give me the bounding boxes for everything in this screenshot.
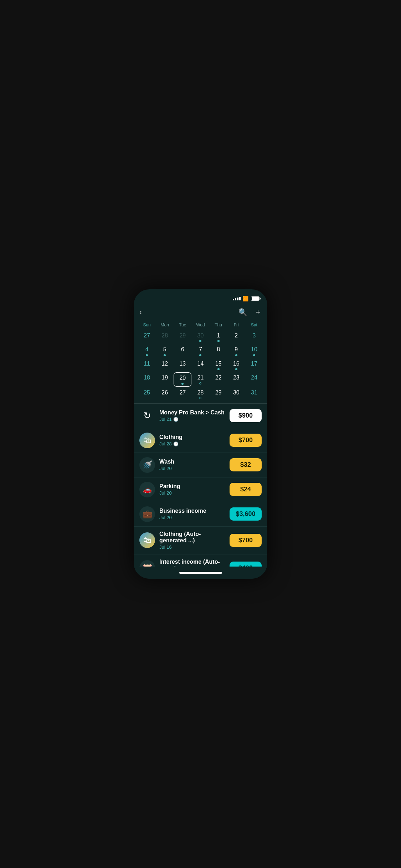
cal-day-25[interactable]: 25 [138, 387, 156, 401]
cal-day-24[interactable]: 24 [245, 372, 263, 386]
txn-name-transfer: Money Pro Bank > Cash [159, 409, 225, 416]
cal-day-14[interactable]: 14 [191, 358, 209, 372]
transaction-item-transfer[interactable]: ↻Money Pro Bank > CashJul 21 🕐$900 [134, 404, 267, 428]
transaction-item-business[interactable]: 💼Business incomeJul 20$3,600 [134, 502, 267, 527]
txn-icon-interest: 🐷 [139, 560, 155, 567]
cal-day-dot [181, 383, 184, 385]
cal-day-12[interactable]: 12 [156, 358, 174, 372]
cal-day-28[interactable]: 28 [191, 387, 209, 401]
txn-info-parking: ParkingJul 20 [159, 483, 225, 496]
cal-day-17[interactable]: 17 [245, 358, 263, 372]
cal-day-number: 29 [179, 332, 186, 340]
cal-day-29[interactable]: 29 [210, 387, 227, 401]
wifi-icon: 📶 [242, 296, 248, 301]
battery-icon [251, 296, 259, 301]
txn-icon-wash: 🚿 [139, 457, 155, 473]
txn-info-wash: WashJul 20 [159, 459, 225, 471]
txn-name-clothing2: Clothing (Auto-generated ...) [159, 531, 225, 544]
txn-icon-business: 💼 [139, 506, 155, 522]
txn-info-transfer: Money Pro Bank > CashJul 21 🕐 [159, 409, 225, 422]
cal-day-number: 8 [217, 346, 220, 353]
cal-day-3[interactable]: 3 [245, 330, 263, 343]
cal-day-10[interactable]: 10 [245, 344, 263, 357]
cal-day-31[interactable]: 31 [245, 387, 263, 401]
cal-day-number: 1 [217, 332, 220, 340]
cal-day-2[interactable]: 2 [227, 330, 245, 343]
add-icon[interactable]: ＋ [255, 307, 262, 317]
txn-name-clothing1: Clothing [159, 434, 225, 440]
cal-day-dot [253, 354, 255, 356]
cal-day-22[interactable]: 22 [210, 372, 227, 386]
txn-info-clothing1: ClothingJul 28 🕐 [159, 434, 225, 446]
cal-day-23[interactable]: 23 [227, 372, 245, 386]
txn-name-business: Business income [159, 508, 225, 514]
txn-amount-wash: $32 [230, 458, 262, 471]
transaction-item-clothing2[interactable]: 🛍Clothing (Auto-generated ...)Jul 16$700 [134, 527, 267, 554]
weekday-mon: Mon [156, 321, 174, 329]
txn-date-transfer: Jul 21 🕐 [159, 417, 225, 422]
weekday-sat: Sat [245, 321, 263, 329]
cal-day-7[interactable]: 7 [191, 344, 209, 357]
cal-day-number: 20 [179, 374, 186, 382]
txn-icon-clothing1: 🛍 [139, 433, 155, 448]
cal-day-29[interactable]: 29 [174, 330, 191, 343]
cal-day-number: 17 [251, 360, 257, 368]
cal-day-number: 23 [233, 374, 240, 382]
transaction-item-interest[interactable]: 🐷Interest income (Auto-gen...)Jul 15$400 [134, 554, 267, 567]
cal-day-number: 28 [197, 389, 204, 397]
cal-day-18[interactable]: 18 [138, 372, 156, 386]
cal-day-27[interactable]: 27 [174, 387, 191, 401]
cal-day-21[interactable]: 21 [191, 372, 209, 386]
transaction-item-parking[interactable]: 🚗ParkingJul 20$24 [134, 477, 267, 502]
cal-day-13[interactable]: 13 [174, 358, 191, 372]
cal-day-number: 21 [197, 374, 204, 382]
txn-date-wash: Jul 20 [159, 466, 225, 471]
cal-day-dot [235, 368, 237, 370]
txn-icon-clothing2: 🛍 [139, 532, 155, 548]
cal-day-1[interactable]: 1 [210, 330, 227, 343]
cal-day-5[interactable]: 5 [156, 344, 174, 357]
phone-container: 📶 ‹ 🔍 ＋ Sun Mon Tue Wed Thu Fri Sat 272 [134, 289, 267, 579]
weekday-tue: Tue [174, 321, 191, 329]
cal-day-8[interactable]: 8 [210, 344, 227, 357]
cal-day-number: 7 [199, 346, 202, 353]
cal-day-6[interactable]: 6 [174, 344, 191, 357]
chevron-left-icon: ‹ [139, 308, 142, 316]
cal-day-number: 29 [215, 389, 222, 397]
cal-day-19[interactable]: 19 [156, 372, 174, 386]
txn-amount-business: $3,600 [230, 507, 262, 521]
calendar-header: ‹ 🔍 ＋ [134, 305, 267, 321]
cal-day-20[interactable]: 20 [174, 372, 191, 386]
cal-day-empty-dot [199, 382, 201, 384]
cal-day-number: 27 [179, 389, 186, 397]
txn-name-wash: Wash [159, 459, 225, 465]
cal-day-15[interactable]: 15 [210, 358, 227, 372]
status-bar: 📶 [134, 289, 267, 305]
cal-day-dot [199, 354, 201, 356]
cal-day-dot [235, 354, 237, 356]
clock-icon: 🕐 [173, 417, 179, 422]
back-button[interactable]: ‹ [139, 308, 143, 316]
cal-day-number: 18 [144, 374, 150, 382]
cal-day-28[interactable]: 28 [156, 330, 174, 343]
transaction-item-clothing1[interactable]: 🛍ClothingJul 28 🕐$700 [134, 428, 267, 453]
cal-day-number: 31 [251, 389, 257, 397]
cal-day-4[interactable]: 4 [138, 344, 156, 357]
weekday-sun: Sun [138, 321, 156, 329]
cal-day-11[interactable]: 11 [138, 358, 156, 372]
cal-day-9[interactable]: 9 [227, 344, 245, 357]
cal-day-30[interactable]: 30 [191, 330, 209, 343]
txn-amount-clothing1: $700 [230, 434, 262, 447]
cal-day-26[interactable]: 26 [156, 387, 174, 401]
cal-day-number: 28 [161, 332, 168, 340]
cal-day-27[interactable]: 27 [138, 330, 156, 343]
txn-info-interest: Interest income (Auto-gen...)Jul 15 [159, 559, 225, 567]
txn-amount-clothing2: $700 [230, 534, 262, 547]
cal-day-30[interactable]: 30 [227, 387, 245, 401]
transaction-list[interactable]: ↻Money Pro Bank > CashJul 21 🕐$900🛍Cloth… [134, 404, 267, 567]
cal-day-dot [217, 368, 220, 370]
transaction-item-wash[interactable]: 🚿WashJul 20$32 [134, 453, 267, 477]
cal-day-16[interactable]: 16 [227, 358, 245, 372]
cal-day-number: 16 [233, 360, 240, 368]
search-icon[interactable]: 🔍 [238, 308, 247, 316]
